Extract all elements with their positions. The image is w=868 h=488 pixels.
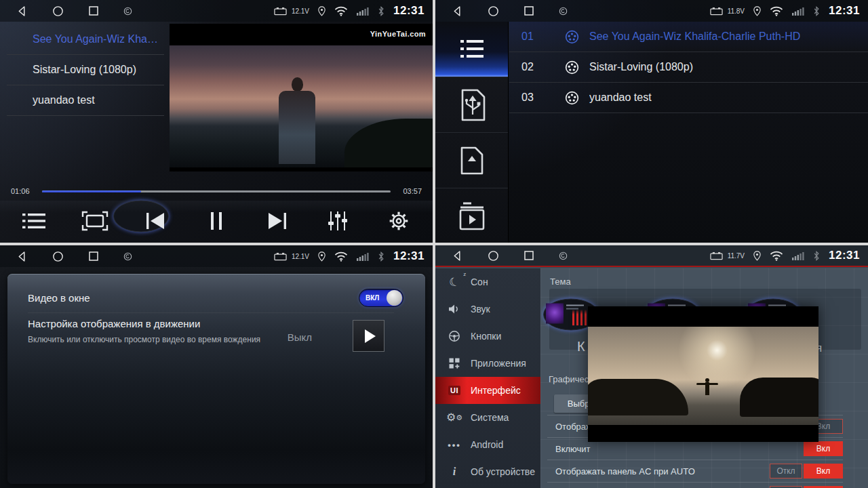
clock: 12:31 [393, 4, 425, 18]
play-preview-button[interactable] [353, 320, 384, 352]
sidebar-item-sd-card[interactable] [435, 133, 508, 188]
car-battery-icon [274, 252, 287, 261]
playlist-item-label: See You Again-Wiz Kha… [33, 33, 158, 45]
floating-video-window[interactable] [588, 306, 818, 442]
status-bar: 11.8V 12:31 [435, 0, 868, 22]
track-number: 02 [521, 61, 546, 73]
car-battery-icon [710, 251, 723, 260]
recents-button[interactable] [524, 250, 534, 261]
back-button[interactable] [452, 5, 463, 17]
elapsed-time: 01:06 [11, 187, 37, 195]
wifi-icon [334, 6, 348, 16]
signal-strength-icon [792, 7, 804, 16]
steering-wheel-icon [445, 330, 464, 342]
video-frame[interactable]: YinYueTai.com [170, 24, 433, 171]
toggle-on-label: ВКЛ [366, 294, 379, 302]
settings-gear-button[interactable] [380, 206, 418, 236]
screenshot-button[interactable] [559, 251, 568, 260]
track-number: 01 [521, 30, 546, 43]
info-icon: i [445, 466, 464, 478]
signal-strength-icon [357, 252, 369, 261]
media-row[interactable]: 01 See You Again-Wiz Khalifa-Charlie Put… [509, 22, 868, 52]
film-reel-icon [565, 60, 580, 75]
fullscreen-button[interactable] [76, 206, 114, 236]
menu-item-interface[interactable]: UI Интерфейс [435, 377, 540, 404]
menu-item-sound[interactable]: Звук [435, 296, 540, 323]
menu-label: Об устройстве [471, 466, 535, 477]
menu-item-buttons[interactable]: Кнопки [435, 323, 540, 350]
pause-button[interactable] [197, 206, 235, 236]
video-in-window-toggle[interactable]: ВКЛ [359, 289, 403, 307]
setting-row-video-in-window: Видео в окне ВКЛ [28, 284, 403, 311]
four-screen-montage: 12.1V 12:31 See You Again-Wiz Kha… Sista… [0, 0, 868, 488]
previous-track-button[interactable] [136, 206, 174, 236]
coastline-silhouette [344, 119, 433, 167]
seek-bar[interactable] [42, 190, 391, 192]
menu-item-about[interactable]: i Об устройстве [435, 458, 540, 485]
moon-icon: ☾z [443, 272, 465, 291]
menu-label: Сон [471, 277, 488, 287]
playlist-item[interactable]: Sistar-Loving (1080p) [7, 55, 164, 85]
battery-voltage: 12.1V [292, 7, 309, 15]
on-button[interactable]: Вкл [804, 441, 843, 456]
sd-card-icon [458, 144, 486, 178]
recents-button[interactable] [88, 5, 99, 16]
home-button[interactable] [488, 5, 499, 17]
sidebar-item-video-library[interactable] [435, 188, 508, 243]
usb-storage-icon [457, 87, 487, 123]
back-button[interactable] [452, 250, 463, 262]
recents-button[interactable] [88, 251, 99, 262]
screenshot-button[interactable] [123, 7, 132, 16]
apps-grid-icon [445, 358, 464, 369]
menu-item-system[interactable]: ⚙⚙ Система [435, 404, 540, 431]
video-footage [588, 327, 818, 425]
clock: 12:31 [829, 249, 860, 262]
on-button[interactable]: Вкл [804, 464, 843, 479]
quadrant-video-settings: 12.1V 12:31 Видео в окне ВКЛ Настройка о… [0, 245, 433, 488]
wifi-icon [770, 6, 783, 16]
menu-label: Интерфейс [471, 385, 521, 396]
sidebar-item-playlist[interactable] [435, 22, 508, 77]
equalizer-button[interactable] [319, 206, 357, 236]
home-button[interactable] [52, 251, 64, 262]
home-button[interactable] [52, 5, 64, 17]
playlist-item[interactable]: yuandao test [7, 85, 164, 116]
seek-bar-fill [42, 190, 141, 192]
battery-voltage: 11.7V [728, 252, 745, 260]
screenshot-button[interactable] [123, 252, 132, 261]
home-button[interactable] [488, 250, 499, 262]
playlist-item[interactable]: See You Again-Wiz Kha… [7, 24, 164, 55]
gears-icon: ⚙⚙ [445, 414, 464, 421]
video-footage [170, 45, 433, 167]
menu-item-android[interactable]: ••• Android [435, 431, 540, 458]
car-silhouette-left [588, 379, 688, 415]
setting-row-motion-display[interactable]: Настройка отображения в движении Включит… [28, 318, 403, 344]
menu-label: Звук [471, 304, 490, 314]
battery-voltage: 11.8V [728, 7, 745, 15]
location-icon [318, 251, 326, 262]
back-button[interactable] [16, 5, 28, 17]
back-button[interactable] [16, 251, 28, 262]
media-row[interactable]: 03 yuandao test [509, 83, 868, 113]
sidebar-item-usb-storage[interactable] [435, 77, 508, 133]
playlist-icon [456, 37, 488, 62]
toggle-knob[interactable] [387, 290, 402, 306]
off-button[interactable]: Откл [770, 464, 802, 479]
clock: 12:31 [829, 4, 860, 18]
menu-item-apps[interactable]: Приложения [435, 350, 540, 377]
total-time: 03:57 [396, 187, 422, 195]
recents-button[interactable] [524, 5, 534, 16]
playlist-button[interactable] [15, 206, 53, 236]
menu-label: Android [471, 439, 503, 450]
menu-item-sleep[interactable]: ☾z Сон [435, 268, 540, 296]
ui-icon: UI [445, 386, 464, 395]
next-track-button[interactable] [258, 206, 296, 236]
media-row[interactable]: 02 Sistar-Loving (1080p) [509, 52, 868, 83]
playlist-item-label: Sistar-Loving (1080p) [33, 64, 136, 76]
screenshot-button[interactable] [559, 7, 568, 16]
track-title: yuandao test [589, 92, 652, 104]
bluetooth-icon [813, 6, 820, 16]
car-battery-icon [710, 7, 723, 16]
progress-row: 01:06 03:57 [0, 183, 433, 199]
media-list: 01 See You Again-Wiz Khalifa-Charlie Put… [509, 22, 868, 113]
